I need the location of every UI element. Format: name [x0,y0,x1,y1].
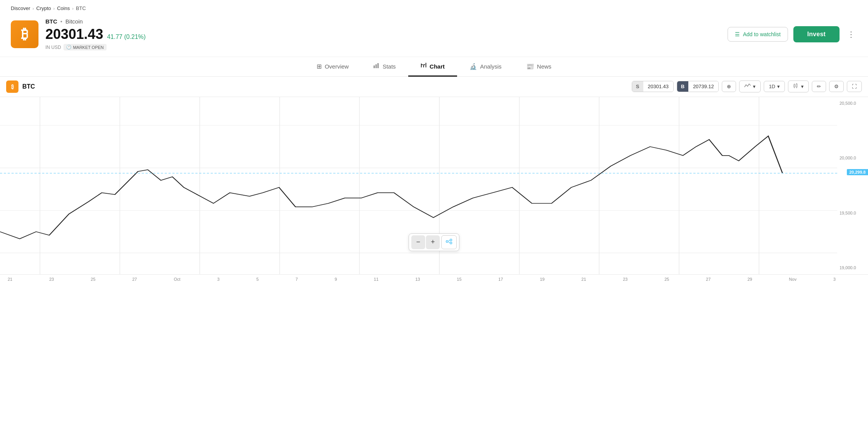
y-axis: 20,500.0 20,000.0 19,500.0 19,000.0 [837,97,868,274]
analysis-icon: 🔬 [469,63,477,70]
breadcrumb-crypto[interactable]: Crypto [36,5,51,11]
breadcrumb-sep-2: › [53,6,55,11]
x-label-27: 27 [132,277,137,282]
more-dots-icon: ⋮ [847,30,855,39]
ticker-symbol: BTC [45,18,57,25]
price-badge-value: 20,299.8 [849,170,866,174]
svg-rect-8 [794,85,795,87]
y-label-3: 19,500.0 [840,211,866,215]
zoom-in-button[interactable]: + [426,235,440,249]
stats-icon [373,62,379,70]
x-label-23: 23 [49,277,54,282]
chart-toolbar-left: ₿ BTC [6,80,35,93]
svg-rect-1 [376,64,377,68]
crosshair-button[interactable]: ⊕ [722,81,736,92]
y-label-1: 20,500.0 [840,101,866,106]
plus-icon: + [431,238,435,246]
more-menu-button[interactable]: ⋮ [845,27,857,41]
price-line [0,136,783,239]
chart-btc-symbol: ₿ [11,84,14,90]
share-button[interactable] [441,235,457,249]
sell-tag: S [632,81,643,92]
candle-type-button[interactable]: ▾ [788,80,809,92]
breadcrumb-coins[interactable]: Coins [57,5,70,11]
invest-label: Invest [807,31,826,37]
svg-rect-6 [423,64,425,65]
fullscreen-button[interactable]: ⛶ [847,81,862,92]
indicator-button[interactable]: ▾ [739,80,761,92]
currency-label: IN USD [45,45,61,50]
svg-point-29 [450,239,452,241]
indicator-chevron: ▾ [753,84,756,89]
svg-rect-2 [377,63,379,68]
ticker-dot: • [60,18,62,25]
x-label-9: 9 [335,277,337,282]
tab-analysis-label: Analysis [480,63,502,70]
news-icon: 📰 [526,63,534,70]
settings-icon: ⚙ [834,84,839,89]
invest-button[interactable]: Invest [793,26,840,42]
btc-logo-symbol: ₿ [21,26,28,42]
header-info: BTC • Bitcoin 20301.43 41.77 (0.21%) IN … [45,18,146,50]
candle-type-chevron: ▾ [801,84,804,89]
svg-rect-11 [796,84,797,87]
timeframe-button[interactable]: 1D ▾ [764,81,785,92]
tab-overview[interactable]: ⊞ Overview [304,57,361,77]
sell-price: 20301.43 [643,81,673,92]
chart-toolbar: ₿ BTC S 20301.43 B 20739.12 ⊕ ▾ [0,77,868,97]
breadcrumb-sep-1: › [33,6,34,11]
tab-analysis[interactable]: 🔬 Analysis [457,57,514,77]
tabs-nav: ⊞ Overview Stats Chart 🔬 Analysis 📰 News [0,57,868,77]
settings-button[interactable]: ⚙ [829,81,844,92]
header-right: ☰ Add to watchlist Invest ⋮ [728,26,857,42]
svg-line-33 [448,242,450,243]
tab-chart-label: Chart [430,63,445,70]
price-row: 20301.43 41.77 (0.21%) [45,26,146,42]
market-status: MARKET OPEN [73,45,104,50]
tab-news-label: News [537,63,552,70]
x-label-nov: Nov [789,277,797,282]
buy-tag: B [677,81,688,92]
chart-container: ₿ BTC S 20301.43 B 20739.12 ⊕ ▾ [0,77,868,284]
header-section: ₿ BTC • Bitcoin 20301.43 41.77 (0.21%) I… [0,15,868,57]
btc-logo: ₿ [11,20,38,48]
tab-stats-label: Stats [382,63,396,70]
current-price: 20301.43 [45,26,103,42]
x-label-5: 5 [256,277,259,282]
svg-rect-0 [374,65,375,68]
tab-news[interactable]: 📰 News [514,57,564,77]
zoom-out-button[interactable]: − [411,235,425,249]
header-left: ₿ BTC • Bitcoin 20301.43 41.77 (0.21%) I… [11,18,146,50]
tab-stats[interactable]: Stats [361,57,408,77]
x-label-29: 29 [748,277,752,282]
float-toolbar: − + [409,233,459,251]
market-badge: 🕐 MARKET OPEN [63,44,107,50]
x-label-27b: 27 [706,277,711,282]
chart-btc-label: BTC [22,83,35,90]
current-price-badge: 20,299.8 [847,169,868,175]
coin-name: Bitcoin [65,18,83,25]
buy-price-box: B 20739.12 [677,81,719,92]
x-label-7: 7 [295,277,298,282]
breadcrumb-discover[interactable]: Discover [11,5,30,11]
pencil-button[interactable]: ✏ [812,81,826,92]
minus-icon: − [416,238,421,246]
svg-point-31 [446,240,448,242]
x-label-3b: 3 [833,277,836,282]
tab-chart[interactable]: Chart [408,57,457,77]
x-label-19: 19 [540,277,544,282]
x-label-13: 13 [415,277,420,282]
candle-type-icon [793,83,799,90]
market-status-icon: 🕐 [66,45,72,50]
svg-point-30 [450,242,452,244]
chart-icon [421,62,427,70]
svg-line-32 [448,240,450,241]
x-label-15: 15 [457,277,461,282]
breadcrumb-sep-3: › [72,6,73,11]
watchlist-button[interactable]: ☰ Add to watchlist [728,27,788,42]
x-label-25b: 25 [664,277,669,282]
ticker-name-row: BTC • Bitcoin [45,18,146,25]
overview-icon: ⊞ [317,63,322,70]
sell-price-box: S 20301.43 [632,81,674,92]
x-axis: 21 23 25 27 Oct 3 5 7 9 11 13 15 17 19 2… [0,274,868,284]
